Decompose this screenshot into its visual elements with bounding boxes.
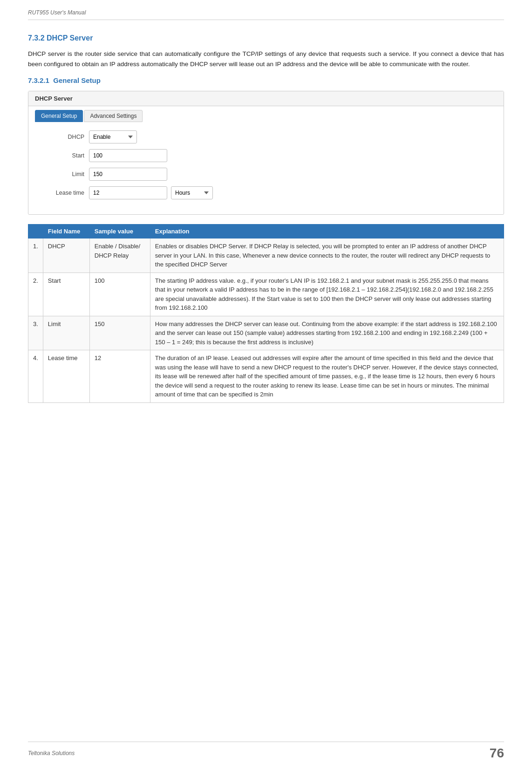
lease-time-input[interactable]	[89, 186, 167, 199]
table-row: 2.Start100The starting IP address value.…	[28, 273, 504, 316]
lease-time-label: Lease time	[47, 190, 89, 196]
row-sample-value: 150	[89, 316, 150, 350]
table-row: 3.Limit150How many addresses the DHCP se…	[28, 316, 504, 350]
dhcp-form: DHCP Enable Disable DHCP Relay Start Lim…	[28, 122, 504, 214]
row-sample-value: Enable / Disable/ DHCP Relay	[89, 238, 150, 273]
dhcp-tabs: General Setup Advanced Settings	[28, 106, 504, 122]
row-num: 1.	[28, 238, 43, 273]
col-field-header: Field Name	[43, 225, 89, 238]
row-field-name: DHCP	[43, 238, 89, 273]
row-explanation: Enables or disables DHCP Server. If DHCP…	[150, 238, 504, 273]
field-description-table: Field Name Sample value Explanation 1.DH…	[28, 224, 504, 403]
col-sample-header: Sample value	[89, 225, 150, 238]
lease-time-field-row: Lease time Hours Minutes	[47, 186, 485, 199]
row-field-name: Lease time	[43, 350, 89, 403]
subsection-heading: 7.3.2.1 General Setup	[28, 76, 504, 84]
limit-input[interactable]	[89, 168, 167, 181]
row-sample-value: 100	[89, 273, 150, 316]
dhcp-field-row: DHCP Enable Disable DHCP Relay	[47, 130, 485, 143]
row-num: 3.	[28, 316, 43, 350]
section-heading: 7.3.2 DHCP Server	[28, 34, 504, 42]
col-num-header	[28, 225, 43, 238]
limit-field-label: Limit	[47, 171, 89, 177]
page-header: RUT955 User's Manual	[28, 9, 504, 20]
tab-general-setup[interactable]: General Setup	[35, 110, 83, 122]
start-field-label: Start	[47, 152, 89, 159]
dhcp-box-header: DHCP Server	[28, 91, 504, 106]
col-explanation-header: Explanation	[150, 225, 504, 238]
page-footer: Teltonika Solutions 76	[28, 742, 504, 761]
row-explanation: The duration of an IP lease. Leased out …	[150, 350, 504, 403]
limit-field-row: Limit	[47, 168, 485, 181]
section-body-text: DHCP server is the router side service t…	[28, 49, 504, 69]
row-sample-value: 12	[89, 350, 150, 403]
row-num: 2.	[28, 273, 43, 316]
lease-time-unit-select[interactable]: Hours Minutes	[171, 186, 213, 199]
row-explanation: The starting IP address value. e.g., if …	[150, 273, 504, 316]
row-field-name: Start	[43, 273, 89, 316]
start-input[interactable]	[89, 149, 167, 162]
tab-advanced-settings[interactable]: Advanced Settings	[84, 110, 143, 122]
row-explanation: How many addresses the DHCP server can l…	[150, 316, 504, 350]
table-row: 1.DHCPEnable / Disable/ DHCP RelayEnable…	[28, 238, 504, 273]
row-field-name: Limit	[43, 316, 89, 350]
row-num: 4.	[28, 350, 43, 403]
dhcp-field-label: DHCP	[47, 134, 89, 140]
footer-company: Teltonika Solutions	[28, 750, 75, 756]
footer-page-number: 76	[490, 746, 504, 761]
dhcp-select[interactable]: Enable Disable DHCP Relay	[89, 130, 137, 143]
table-header-row: Field Name Sample value Explanation	[28, 225, 504, 238]
lease-time-controls: Hours Minutes	[89, 186, 213, 199]
dhcp-server-box: DHCP Server General Setup Advanced Setti…	[28, 91, 504, 215]
table-row: 4.Lease time12The duration of an IP leas…	[28, 350, 504, 403]
start-field-row: Start	[47, 149, 485, 162]
